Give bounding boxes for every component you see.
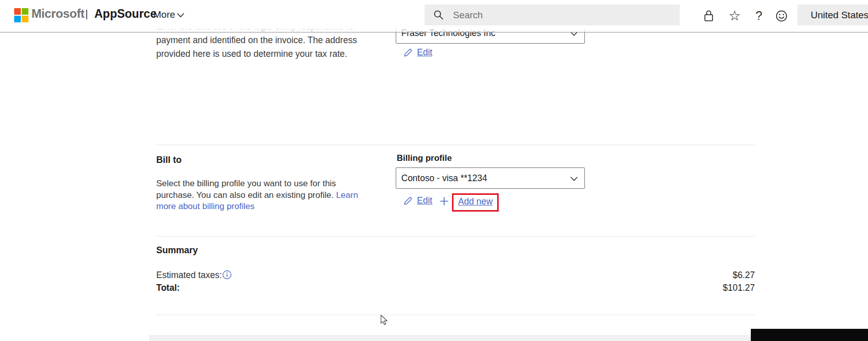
appsource-wordmark[interactable]: AppSource [94,7,157,21]
region-label: United States [811,10,868,21]
appsource-checkout-page: Enter the address of the legal entity re… [0,0,868,341]
billing-profile-edit-row: Edit [403,195,432,206]
smiley-icon [775,10,788,22]
header-shadow [0,29,868,32]
chevron-down-icon [570,176,578,182]
microsoft-wordmark[interactable]: Microsoft [31,7,84,21]
estimated-taxes-value: $6.27 [653,270,755,281]
total-value: $101.27 [653,283,755,293]
info-icon[interactable] [222,270,232,280]
sold-to-description-line2: payment and identified on the invoice. T… [156,33,357,47]
bill-to-description: Select the billing profile you want to u… [156,178,358,213]
billing-profile-edit-link[interactable]: Edit [417,195,432,206]
star-icon: ☆ [728,9,741,23]
logo-square-blue [14,16,21,22]
summary-title: Summary [156,245,198,256]
favorites-button[interactable]: ☆ [727,9,742,23]
question-mark-icon: ? [755,10,762,22]
logo-square-green [22,8,28,15]
logo-square-red [14,8,21,15]
screenshot-edge-bar [751,329,868,341]
estimated-taxes-label: Estimated taxes: [156,270,222,281]
bill-to-description-line2: purchase. You can also edit an existing … [156,190,358,201]
bill-to-description-line2-text: purchase. You can also edit an existing … [156,190,336,200]
help-button[interactable]: ? [752,9,766,23]
search-icon [433,10,444,20]
next-section-strip [149,335,756,341]
logo-square-yellow [22,16,28,22]
chevron-down-icon [177,13,185,18]
section-divider [156,236,755,236]
lock-button[interactable] [702,9,716,23]
region-selector[interactable]: United States [797,5,868,25]
feedback-button[interactable] [774,9,788,23]
sold-to-edit-row: Edit [403,47,432,58]
mouse-cursor [379,315,389,326]
add-new-link[interactable]: Add new [458,196,493,207]
sold-to-edit-link[interactable]: Edit [417,47,432,58]
brand-separator: | [85,8,88,20]
learn-more-link[interactable]: Learn [336,190,358,200]
sold-to-description-line3: provided here is used to determine your … [156,47,357,61]
lock-icon [703,9,714,23]
pencil-icon [403,48,413,57]
bill-to-title: Bill to [156,155,182,165]
pencil-icon [403,196,413,206]
billing-profile-label: Billing profile [397,153,452,163]
section-divider [156,145,755,145]
bill-to-description-line1: Select the billing profile you want to u… [156,178,358,190]
search-input[interactable] [452,9,667,21]
billing-profile-dropdown-value: Contoso - visa **1234 [401,173,487,184]
top-navbar: Microsoft | AppSource More ☆ ? [0,0,868,29]
total-label: Total: [156,283,180,293]
search-bar [425,5,680,25]
billing-profile-dropdown[interactable]: Contoso - visa **1234 [396,167,585,189]
microsoft-logo-icon[interactable] [14,8,28,22]
plus-icon [439,196,449,206]
bill-to-description-line3: more about billing profiles [156,201,358,213]
bottom-divider [156,315,755,315]
learn-more-link-line2[interactable]: more about billing profiles [156,201,255,211]
more-menu[interactable]: More [153,9,175,20]
add-new-annotation-box: Add new [452,193,499,212]
